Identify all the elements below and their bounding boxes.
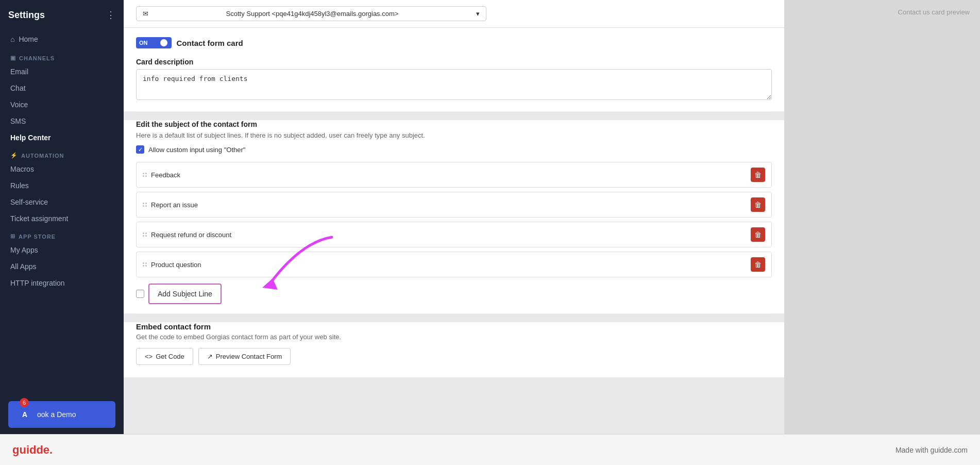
subject-text-product: Product question xyxy=(151,261,747,269)
sidebar-footer: A ook a Demo 6 xyxy=(0,395,124,434)
contact-form-section: ON Contact form card Card description in… xyxy=(124,28,784,111)
sidebar-more-icon[interactable]: ⋮ xyxy=(106,9,115,21)
svg-marker-0 xyxy=(262,278,278,290)
home-icon: ⌂ xyxy=(10,35,14,43)
footer: guidde. Made with guidde.com xyxy=(0,434,980,465)
sidebar-item-help-center[interactable]: Help Center xyxy=(0,129,124,146)
sidebar-item-home[interactable]: ⌂ Home xyxy=(0,30,124,48)
sidebar-item-sms[interactable]: SMS xyxy=(0,113,124,129)
contact-form-label: Contact form card xyxy=(177,39,243,47)
edit-subject-desc: Here is a default list of subject lines.… xyxy=(136,131,772,139)
channels-section-label: ▣ CHANNELS xyxy=(10,55,113,61)
email-value: Scotty Support <pqe41g4kdj458yl3@emails.… xyxy=(226,10,399,18)
sidebar-item-macros[interactable]: Macros xyxy=(0,161,124,177)
book-demo-label: ook a Demo xyxy=(37,410,76,419)
get-code-label: Get Code xyxy=(156,353,184,360)
sidebar-item-my-apps[interactable]: My Apps xyxy=(0,242,124,258)
preview-panel-label: Contact us card preview xyxy=(898,8,970,16)
lightning-icon: ⚡ xyxy=(10,152,18,159)
drag-handle-icon-3[interactable] xyxy=(143,232,147,237)
allow-custom-checkbox[interactable]: ✓ xyxy=(136,145,144,154)
dropdown-icon: ▾ xyxy=(476,10,480,18)
book-demo-button[interactable]: A ook a Demo 6 xyxy=(8,401,115,428)
demo-badge: 6 xyxy=(20,398,29,407)
sidebar-item-rules[interactable]: Rules xyxy=(0,177,124,194)
subject-item-refund: Request refund or discount 🗑 xyxy=(136,222,772,247)
drag-dots xyxy=(143,173,147,177)
add-subject-line-button[interactable]: Add Subject Line xyxy=(148,284,222,304)
external-link-icon: ↗ xyxy=(207,353,213,360)
main-content: ✉ Scotty Support <pqe41g4kdj458yl3@email… xyxy=(124,0,784,434)
brand-text: guidde. xyxy=(12,443,53,456)
delete-refund-button[interactable]: 🗑 xyxy=(751,227,765,242)
drag-dots-3 xyxy=(143,232,147,237)
add-subject-line-label: Add Subject Line xyxy=(158,290,212,298)
email-icon: ✉ xyxy=(143,10,148,18)
footer-text: Made with guidde.com xyxy=(895,446,968,454)
subject-item-product: Product question 🗑 xyxy=(136,252,772,277)
embed-title: Embed contact form xyxy=(136,322,772,331)
sidebar-home-label: Home xyxy=(19,35,38,43)
drag-handle-icon-4[interactable] xyxy=(143,262,147,267)
app-store-section: ⊞ APP STORE xyxy=(0,227,124,242)
allow-custom-label: Allow custom input using "Other" xyxy=(148,146,245,154)
edit-subject-label: Edit the subject of the contact form xyxy=(136,120,772,128)
drag-dots-4 xyxy=(143,262,147,267)
toggle-thumb xyxy=(160,39,167,46)
subject-text-feedback: Feedback xyxy=(151,171,747,179)
sidebar-item-chat[interactable]: Chat xyxy=(0,80,124,96)
subject-item-feedback: Feedback 🗑 xyxy=(136,162,772,188)
preview-label: Preview Contact Form xyxy=(216,353,282,360)
sidebar-item-self-service[interactable]: Self-service xyxy=(0,194,124,210)
automation-section: ⚡ AUTOMATION xyxy=(0,146,124,161)
top-bar: ✉ Scotty Support <pqe41g4kdj458yl3@email… xyxy=(124,0,784,28)
add-subject-checkbox[interactable] xyxy=(136,290,144,298)
sidebar-title: Settings xyxy=(8,10,45,21)
sidebar-item-voice[interactable]: Voice xyxy=(0,96,124,113)
email-select[interactable]: ✉ Scotty Support <pqe41g4kdj458yl3@email… xyxy=(136,6,486,21)
get-code-button[interactable]: <> Get Code xyxy=(136,348,193,365)
channels-section: ▣ CHANNELS xyxy=(0,48,124,63)
grid-icon: ⊞ xyxy=(10,233,15,240)
delete-feedback-button[interactable]: 🗑 xyxy=(751,168,765,182)
sidebar-item-email[interactable]: Email xyxy=(0,63,124,80)
chat-bubble-icon: ▣ xyxy=(10,55,16,61)
embed-section: Embed contact form Get the code to embed… xyxy=(124,322,784,377)
drag-handle-icon[interactable] xyxy=(143,173,147,177)
sidebar-header: Settings ⋮ xyxy=(0,0,124,30)
automation-section-label: ⚡ AUTOMATION xyxy=(10,152,113,159)
app-store-section-label: ⊞ APP STORE xyxy=(10,233,113,240)
sidebar-item-ticket-assignment[interactable]: Ticket assignment xyxy=(0,210,124,227)
subject-section: Edit the subject of the contact form Her… xyxy=(124,120,784,313)
preview-contact-form-button[interactable]: ↗ Preview Contact Form xyxy=(198,348,291,365)
sidebar-item-all-apps[interactable]: All Apps xyxy=(0,258,124,275)
embed-buttons: <> Get Code ↗ Preview Contact Form xyxy=(136,348,772,365)
toggle-on-label: ON xyxy=(139,40,148,46)
subject-text-refund: Request refund or discount xyxy=(151,231,747,239)
preview-panel: Contact us card preview xyxy=(784,0,980,434)
divider-1 xyxy=(136,111,772,112)
drag-handle-icon-2[interactable] xyxy=(143,203,147,207)
contact-form-toggle-row: ON Contact form card xyxy=(136,37,772,48)
divider-2 xyxy=(136,313,772,314)
code-icon: <> xyxy=(145,353,153,360)
card-description-label: Card description xyxy=(136,58,772,66)
delete-product-button[interactable]: 🗑 xyxy=(751,257,765,272)
checkmark-icon: ✓ xyxy=(138,146,143,153)
allow-custom-input-row: ✓ Allow custom input using "Other" xyxy=(136,145,772,154)
avatar: A xyxy=(16,406,33,423)
subject-text-report: Report an issue xyxy=(151,201,747,209)
card-description-textarea[interactable]: info required from clients xyxy=(136,69,772,100)
embed-desc: Get the code to embed Gorgias contact fo… xyxy=(136,333,772,341)
delete-report-button[interactable]: 🗑 xyxy=(751,197,765,212)
sidebar-nav: ⌂ Home ▣ CHANNELS Email Chat Voice SMS H… xyxy=(0,30,124,395)
footer-brand: guidde. xyxy=(12,443,53,457)
sidebar: Settings ⋮ ⌂ Home ▣ CHANNELS Email Chat … xyxy=(0,0,124,434)
subject-item-report: Report an issue 🗑 xyxy=(136,192,772,218)
toggle-on[interactable]: ON xyxy=(136,37,172,48)
drag-dots-2 xyxy=(143,203,147,207)
sidebar-item-http-integration[interactable]: HTTP integration xyxy=(0,275,124,291)
toggle-slider[interactable] xyxy=(150,38,168,47)
